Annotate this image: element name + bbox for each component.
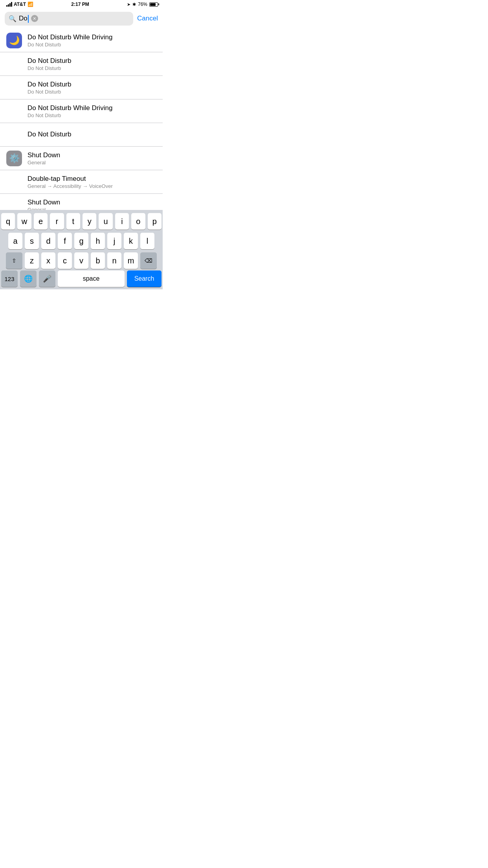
- result-text: Do Not Disturb: [28, 131, 156, 139]
- carrier-name: AT&T: [14, 2, 26, 7]
- key-row-1: qwertyuiop: [1, 213, 161, 230]
- result-item[interactable]: Do Not Disturb: [0, 123, 163, 147]
- battery-fill: [150, 3, 156, 6]
- result-item[interactable]: Double-tap TimeoutGeneral → Accessibilit…: [0, 170, 163, 194]
- result-title: Do Not Disturb While Driving: [28, 104, 156, 112]
- signal-bar-3: [9, 3, 11, 7]
- key-row-3: ⇧ zxcvbnm⌫: [1, 252, 161, 269]
- key-f[interactable]: f: [58, 233, 72, 249]
- bluetooth-icon: ✱: [132, 2, 136, 7]
- signal-bar-4: [11, 2, 12, 7]
- gear-icon: ⚙️: [6, 151, 22, 166]
- key-q[interactable]: q: [1, 213, 15, 230]
- backspace-key[interactable]: ⌫: [140, 252, 157, 269]
- key-m[interactable]: m: [124, 252, 138, 269]
- search-input[interactable]: Do: [19, 15, 29, 23]
- mic-key[interactable]: 🎤: [39, 270, 55, 287]
- key-l[interactable]: l: [140, 233, 154, 249]
- gear-symbol: ⚙️: [9, 153, 20, 164]
- key-o[interactable]: o: [131, 213, 145, 230]
- dnd-icon: 🌙: [6, 33, 22, 48]
- result-item[interactable]: Do Not Disturb While DrivingDo Not Distu…: [0, 99, 163, 123]
- key-j[interactable]: j: [107, 233, 121, 249]
- key-x[interactable]: x: [41, 252, 55, 269]
- battery-percent: 76%: [138, 2, 147, 7]
- key-a[interactable]: a: [8, 233, 22, 249]
- key-t[interactable]: t: [66, 213, 80, 230]
- key-b[interactable]: b: [91, 252, 105, 269]
- search-bar-container: 🔍 Do Cancel: [0, 9, 163, 29]
- numbers-key[interactable]: 123: [1, 270, 18, 287]
- result-item[interactable]: 🌙Do Not Disturb While DrivingDo Not Dist…: [0, 29, 163, 52]
- battery-container: [149, 2, 158, 7]
- cancel-button[interactable]: Cancel: [137, 15, 158, 22]
- key-z[interactable]: z: [25, 252, 39, 269]
- result-item[interactable]: Do Not DisturbDo Not Disturb: [0, 52, 163, 76]
- key-w[interactable]: w: [17, 213, 31, 230]
- bottom-row: 123 🌐 🎤 space Search: [0, 270, 163, 289]
- key-row-2: asdfghjkl: [1, 233, 161, 249]
- key-n[interactable]: n: [107, 252, 121, 269]
- key-i[interactable]: i: [115, 213, 129, 230]
- key-u[interactable]: u: [99, 213, 112, 230]
- result-subtitle: General → Accessibility → VoiceOver: [28, 183, 156, 189]
- result-title: Do Not Disturb While Driving: [28, 33, 156, 41]
- key-r[interactable]: r: [50, 213, 64, 230]
- keyboard-rows: qwertyuiop asdfghjkl ⇧ zxcvbnm⌫: [0, 210, 163, 270]
- key-k[interactable]: k: [124, 233, 138, 249]
- shift-key[interactable]: ⇧: [6, 252, 22, 269]
- key-y[interactable]: y: [83, 213, 96, 230]
- result-subtitle: Do Not Disturb: [28, 112, 156, 118]
- result-text: Shut DownGeneral: [28, 151, 156, 166]
- status-time: 2:17 PM: [71, 2, 89, 7]
- status-right: ➤ ✱ 76%: [127, 2, 158, 7]
- space-key[interactable]: space: [58, 270, 125, 287]
- clear-button[interactable]: [31, 15, 38, 22]
- signal-bars: [6, 2, 12, 7]
- search-button[interactable]: Search: [127, 270, 161, 287]
- key-s[interactable]: s: [25, 233, 39, 249]
- result-item[interactable]: Do Not DisturbDo Not Disturb: [0, 76, 163, 99]
- battery-icon: [149, 2, 158, 7]
- result-subtitle: Do Not Disturb: [28, 42, 156, 48]
- location-icon: ➤: [127, 2, 130, 7]
- key-e[interactable]: e: [34, 213, 48, 230]
- status-left: AT&T 📶: [6, 2, 33, 7]
- key-g[interactable]: g: [74, 233, 88, 249]
- key-h[interactable]: h: [91, 233, 105, 249]
- status-bar: AT&T 📶 2:17 PM ➤ ✱ 76%: [0, 0, 163, 9]
- key-p[interactable]: p: [148, 213, 161, 230]
- result-subtitle: Do Not Disturb: [28, 89, 156, 95]
- result-subtitle: Do Not Disturb: [28, 65, 156, 71]
- signal-bar-1: [6, 5, 7, 7]
- result-subtitle: General: [28, 160, 156, 166]
- text-cursor: [28, 15, 29, 23]
- moon-symbol: 🌙: [9, 35, 20, 46]
- result-title: Shut Down: [28, 199, 156, 206]
- results-list: 🌙Do Not Disturb While DrivingDo Not Dist…: [0, 29, 163, 217]
- result-item[interactable]: ⚙️Shut DownGeneral: [0, 147, 163, 170]
- result-text: Do Not Disturb While DrivingDo Not Distu…: [28, 33, 156, 48]
- result-title: Do Not Disturb: [28, 57, 156, 65]
- result-text: Do Not DisturbDo Not Disturb: [28, 81, 156, 95]
- key-d[interactable]: d: [41, 233, 55, 249]
- wifi-icon: 📶: [28, 2, 33, 7]
- keyboard: qwertyuiop asdfghjkl ⇧ zxcvbnm⌫ 123 🌐 🎤 …: [0, 210, 163, 289]
- key-v[interactable]: v: [74, 252, 88, 269]
- result-title: Shut Down: [28, 151, 156, 159]
- globe-key[interactable]: 🌐: [20, 270, 37, 287]
- result-title: Do Not Disturb: [28, 131, 156, 138]
- result-text: Double-tap TimeoutGeneral → Accessibilit…: [28, 175, 156, 189]
- result-title: Double-tap Timeout: [28, 175, 156, 183]
- result-text: Do Not DisturbDo Not Disturb: [28, 57, 156, 71]
- result-text: Do Not Disturb While DrivingDo Not Distu…: [28, 104, 156, 118]
- search-icon: 🔍: [9, 15, 17, 22]
- key-c[interactable]: c: [58, 252, 72, 269]
- result-title: Do Not Disturb: [28, 81, 156, 88]
- search-input-wrap[interactable]: 🔍 Do: [5, 12, 133, 26]
- signal-bar-2: [8, 4, 9, 7]
